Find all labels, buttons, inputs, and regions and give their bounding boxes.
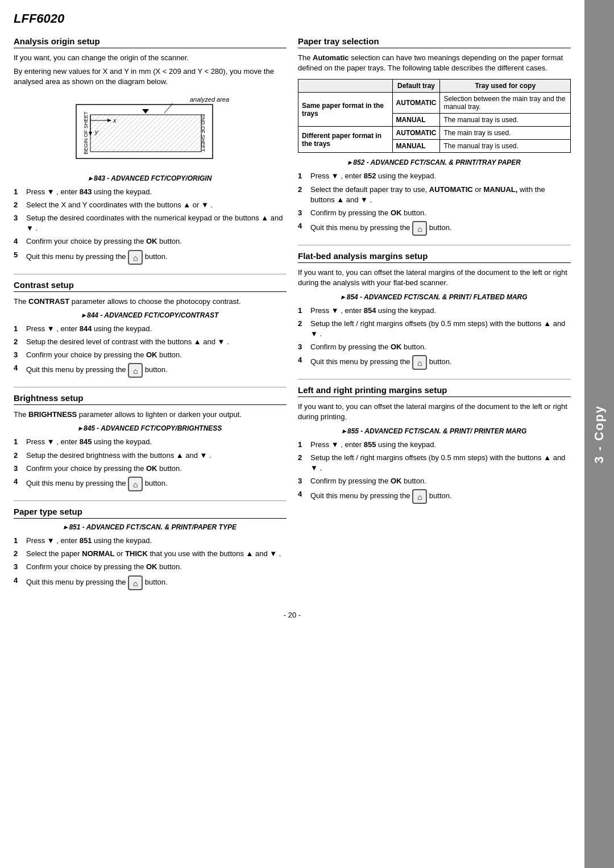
contrast-intro: The CONTRAST parameter allows to choose … [14,297,287,307]
section-paper-type: Paper type setup 851 - ADVANCED FCT/SCAN… [14,507,287,590]
code-ref-852: 852 - ADVANCED FCT/SCAN. & PRINT/TRAY PA… [298,158,571,166]
divider [298,245,571,245]
row-header-same: Same paper format in the trays [298,93,393,127]
step-item: 4 Confirm your choice by pressing the OK… [14,236,287,247]
left-right-title: Left and right printing margins setup [298,385,571,397]
step-item: 2 Setup the left / right margins offsets… [298,453,571,473]
step-item: 3 Setup the desired coordinates with the… [14,213,287,233]
step-item: 3 Confirm your choice by pressing the OK… [14,562,287,572]
divider [14,387,287,387]
code-ref-851: 851 - ADVANCED FCT/SCAN. & PRINT/PAPER T… [14,523,287,531]
paper-tray-steps: 1 Press ▼ , enter 852 using the keypad. … [298,171,571,236]
code-ref-855: 855 - ADVANCED FCT/SCAN. & PRINT/ PRINTE… [298,427,571,435]
step-item: 3 Confirm your choice by pressing the OK… [14,350,287,360]
cell-manual1: MANUAL [392,114,440,127]
left-right-intro: If you want to, you can offset the later… [298,402,571,422]
paper-tray-intro: The Automatic selection can have two mea… [298,53,571,73]
table-header-empty [298,80,393,93]
contrast-title: Contrast setup [14,280,287,292]
cell-manual2: MANUAL [392,140,440,153]
step-item: 3 Confirm by pressing the OK button. [298,476,571,486]
paper-type-steps: 1 Press ▼ , enter 851 using the keypad. … [14,536,287,590]
divider [298,379,571,379]
table-row: Same paper format in the trays AUTOMATIC… [298,93,571,114]
brightness-intro: The BRIGHTNESS parameter allows to light… [14,410,287,420]
step-item: 4 Quit this menu by pressing the ⌂ butto… [14,575,287,590]
section-left-right: Left and right printing margins setup If… [298,385,571,504]
step-item: 4 Quit this menu by pressing the ⌂ butto… [298,221,571,236]
section-contrast: Contrast setup The CONTRAST parameter al… [14,280,287,378]
right-column: Paper tray selection The Automatic selec… [298,36,571,599]
svg-text:BEGIN OF SHEET: BEGIN OF SHEET [83,111,89,154]
step-item: 1 Press ▼ , enter 854 using the keypad. [298,306,571,316]
step-item: 4 Quit this menu by pressing the ⌂ butto… [298,489,571,504]
step-item: 2 Setup the left / right margins offsets… [298,319,571,339]
divider [14,274,287,274]
step-item: 1 Press ▼ , enter 843 using the keypad. [14,187,287,197]
cell-auto1: AUTOMATIC [392,93,440,114]
flatbed-title: Flat-bed analysis margins setup [298,251,571,263]
step-item: 3 Confirm your choice by pressing the OK… [14,464,287,474]
step-item: 1 Press ▼ , enter 855 using the keypad. [298,440,571,450]
step-item: 4 Quit this menu by pressing the ⌂ butto… [14,477,287,491]
svg-text:END OF SHEET: END OF SHEET [200,114,206,152]
flatbed-steps: 1 Press ▼ , enter 854 using the keypad. … [298,306,571,370]
step-item: 1 Press ▼ , enter 852 using the keypad. [298,171,571,181]
svg-marker-5 [142,109,149,114]
main-content: LFF6020 Analysis origin setup If you wan… [0,0,584,868]
step-item: 2 Select the X and Y coordinates with th… [14,200,287,210]
brightness-title: Brightness setup [14,393,287,405]
row-header-diff: Different paper format in the trays [298,127,393,153]
sidebar-tab: 3 - Copy [584,0,614,868]
paper-type-title: Paper type setup [14,507,287,519]
analysis-diagram: analyzed area [14,93,287,169]
cell-manual2-desc: The manual tray is used. [440,140,571,153]
section-paper-tray: Paper tray selection The Automatic selec… [298,36,571,236]
code-ref-854: 854 - ADVANCED FCT/SCAN. & PRINT/ FLATBE… [298,293,571,301]
cell-auto1-desc: Selection between the main tray and the … [440,93,571,114]
contrast-steps: 1 Press ▼ , enter 844 using the keypad. … [14,324,287,378]
step-item: 2 Setup the desired brightness with the … [14,450,287,461]
left-right-steps: 1 Press ▼ , enter 855 using the keypad. … [298,440,571,504]
page-container: 3 - Copy LFF6020 Analysis origin setup I… [0,0,614,868]
left-column: Analysis origin setup If you want, you c… [14,36,287,599]
section-analysis-origin: Analysis origin setup If you want, you c… [14,36,287,265]
table-header-default: Default tray [392,80,440,93]
page-number: - 20 - [14,611,571,619]
cell-auto2-desc: The main tray is used. [440,127,571,140]
cell-manual1-desc: The manual tray is used. [440,114,571,127]
table-header-used: Tray used for copy [440,80,571,93]
svg-text:analyzed area: analyzed area [190,96,229,103]
step-item: 1 Press ▼ , enter 844 using the keypad. [14,324,287,334]
step-item: 4 Quit this menu by pressing the ⌂ butto… [298,355,571,370]
flatbed-intro: If you want to, you can offset the later… [298,268,571,288]
step-item: 2 Select the default paper tray to use, … [298,185,571,205]
step-item: 3 Confirm by pressing the OK button. [298,208,571,218]
two-column-layout: Analysis origin setup If you want, you c… [14,36,571,599]
step-item: 1 Press ▼ , enter 851 using the keypad. [14,536,287,546]
table-row: Different paper format in the trays AUTO… [298,127,571,140]
step-item: 1 Press ▼ , enter 845 using the keypad. [14,437,287,447]
step-item: 2 Select the paper NORMAL or THICK that … [14,549,287,559]
section-brightness: Brightness setup The BRIGHTNESS paramete… [14,393,287,491]
diagram-svg: analyzed area [59,93,241,167]
paper-tray-title: Paper tray selection [298,36,571,48]
step-item: 4 Quit this menu by pressing the ⌂ butto… [14,363,287,378]
page-title: LFF6020 [14,11,571,26]
code-ref-843: 843 - ADVANCED FCT/COPY/ORIGIN [14,174,287,182]
tray-table: Default tray Tray used for copy Same pap… [298,79,571,153]
analysis-origin-intro2: By entering new values for X and Y in mm… [14,66,287,87]
brightness-steps: 1 Press ▼ , enter 845 using the keypad. … [14,437,287,491]
step-item: 3 Confirm by pressing the OK button. [298,342,571,352]
step-item: 5 Quit this menu by pressing the ⌂ butto… [14,250,287,265]
code-ref-844: 844 - ADVANCED FCT/COPY/CONTRAST [14,311,287,319]
analysis-origin-intro1: If you want, you can change the origin o… [14,53,287,63]
cell-auto2: AUTOMATIC [392,127,440,140]
analysis-origin-title: Analysis origin setup [14,36,287,48]
step-item: 2 Setup the desired level of contrast wi… [14,337,287,347]
section-flatbed: Flat-bed analysis margins setup If you w… [298,251,571,370]
analysis-origin-steps: 1 Press ▼ , enter 843 using the keypad. … [14,187,287,265]
divider [14,500,287,501]
code-ref-845: 845 - ADVANCED FCT/COPY/BRIGHTNESS [14,424,287,432]
svg-text:x: x [113,117,117,124]
